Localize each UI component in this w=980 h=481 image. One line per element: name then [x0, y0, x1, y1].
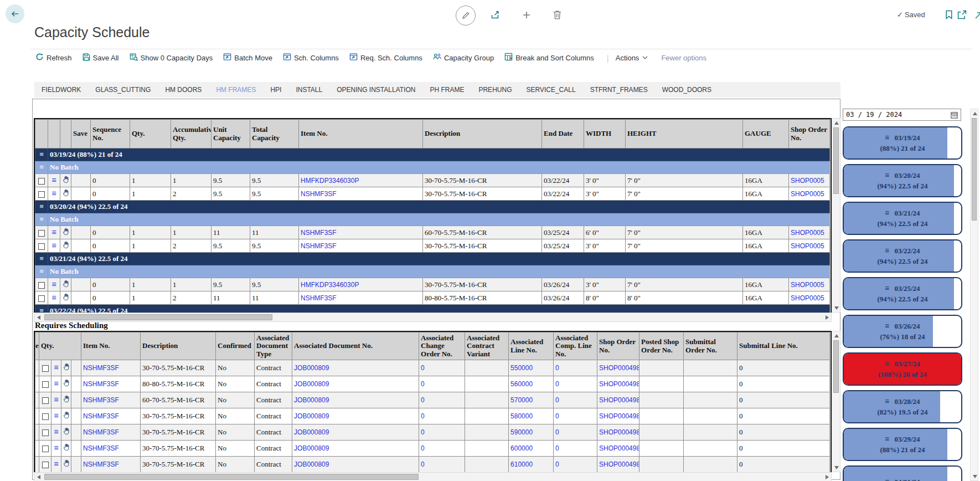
share-button[interactable] — [491, 10, 501, 19]
tab-service-call[interactable]: SERVICE_CALL — [526, 86, 575, 94]
row-menu-icon[interactable]: ≡ — [54, 460, 59, 468]
group-menu-icon[interactable]: ≡ — [39, 150, 43, 158]
item-no-link[interactable]: NSHMF3SF — [83, 412, 119, 420]
tab-wood-doors[interactable]: WOOD_DOORS — [662, 86, 711, 94]
schedule-h-scrollbar[interactable] — [34, 313, 832, 322]
shop-order-no-link[interactable]: SHOP000498 — [599, 444, 639, 452]
item-no-link[interactable]: NSHMF3SF — [83, 396, 119, 404]
capacity-day-card[interactable]: ≡03/25/24(94%) 22.5 of 24 — [843, 277, 962, 310]
row-checkbox[interactable] — [38, 282, 45, 289]
tab-stfrnt-frames[interactable]: STFRNT_FRAMES — [590, 86, 648, 94]
drag-hand-icon[interactable] — [63, 241, 69, 249]
shop-order-no-link[interactable]: SHOP000498 — [599, 364, 639, 372]
toolbar-capacity-group[interactable]: Capacity Group — [433, 53, 494, 63]
edit-button[interactable] — [456, 6, 476, 25]
h-scroll-thumb[interactable] — [44, 314, 272, 320]
tab-hpi[interactable]: HPI — [270, 86, 281, 94]
capacity-day-card[interactable]: ≡03/27/24(108%) 26 of 24 — [843, 352, 962, 386]
sidebar-scrollbar[interactable] — [970, 109, 978, 481]
schedule-v-scrollbar[interactable] — [832, 118, 840, 313]
drag-hand-icon[interactable] — [63, 459, 70, 467]
v-scroll-thumb[interactable] — [833, 127, 839, 194]
toolbar-batch-move[interactable]: Batch Move — [223, 53, 272, 63]
back-button[interactable] — [6, 4, 24, 23]
capacity-day-card[interactable]: ≡04/01/24 — [843, 465, 962, 481]
row-menu-icon[interactable]: ≡ — [54, 412, 59, 420]
assoc-change-order-no-link[interactable]: 0 — [421, 460, 425, 468]
date-input[interactable]: 03 / 19 / 2024 — [843, 109, 961, 121]
row-menu-icon[interactable]: ≡ — [54, 364, 59, 372]
assoc-line-no-link[interactable]: 570000 — [510, 396, 533, 404]
row-menu-icon[interactable]: ≡ — [51, 280, 56, 289]
item-no-link[interactable]: NSHMF3SF — [83, 380, 119, 388]
row-menu-icon[interactable]: ≡ — [54, 428, 59, 436]
assoc-doc-no-link[interactable]: JOB000809 — [294, 460, 329, 468]
row-checkbox[interactable] — [42, 429, 49, 436]
assoc-comp-line-no-link[interactable]: 0 — [555, 364, 559, 372]
toolbar-sch-columns[interactable]: Sch. Columns — [283, 53, 339, 63]
assoc-comp-line-no-link[interactable]: 0 — [555, 428, 559, 436]
row-checkbox[interactable] — [42, 365, 49, 372]
row-checkbox[interactable] — [38, 191, 45, 198]
tab-ph-frame[interactable]: PH FRAME — [430, 86, 464, 94]
bookmark-button[interactable] — [945, 10, 953, 19]
assoc-change-order-no-link[interactable]: 0 — [421, 412, 425, 420]
row-checkbox[interactable] — [42, 413, 49, 420]
scroll-up-button[interactable] — [971, 109, 979, 117]
shop-order-link[interactable]: SHOP0005 — [791, 281, 824, 289]
item-no-link[interactable]: HMFKDP3346030P — [301, 177, 359, 185]
item-no-link[interactable]: NSHMF3SF — [301, 229, 337, 237]
shop-order-no-link[interactable]: SHOP000498 — [599, 380, 639, 388]
tab-hm-frames[interactable]: HM FRAMES — [216, 86, 256, 94]
assoc-comp-line-no-link[interactable]: 0 — [555, 396, 559, 404]
row-checkbox[interactable] — [38, 230, 45, 237]
capacity-day-card[interactable]: ≡03/26/24(76%) 18 of 24 — [843, 315, 962, 348]
fewer-options-button[interactable]: Fewer options — [661, 54, 706, 62]
row-checkbox[interactable] — [38, 295, 45, 302]
tab-install[interactable]: INSTALL — [296, 86, 322, 94]
drag-hand-icon[interactable] — [63, 228, 69, 236]
card-menu-icon[interactable]: ≡ — [885, 245, 889, 257]
capacity-day-card[interactable]: ≡03/20/24(94%) 22.5 of 24 — [843, 164, 962, 197]
shop-order-link[interactable]: SHOP0005 — [791, 177, 824, 185]
toolbar-req-sch-columns[interactable]: Req. Sch. Columns — [349, 53, 422, 63]
item-no-link[interactable]: NSHMF3SF — [301, 190, 337, 198]
assoc-line-no-link[interactable]: 560000 — [510, 380, 533, 388]
scroll-down-button[interactable] — [832, 463, 840, 472]
card-menu-icon[interactable]: ≡ — [885, 477, 889, 481]
row-menu-icon[interactable]: ≡ — [51, 176, 56, 185]
scroll-down-button[interactable] — [971, 472, 979, 480]
assoc-doc-no-link[interactable]: JOB000809 — [294, 428, 329, 436]
assoc-change-order-no-link[interactable]: 0 — [421, 444, 425, 452]
tab-hm-doors[interactable]: HM DOORS — [165, 86, 202, 94]
scroll-left-button[interactable] — [34, 473, 43, 481]
group-menu-icon[interactable]: ≡ — [39, 306, 43, 313]
scroll-up-button[interactable] — [832, 119, 840, 127]
toolbar-break-and-sort-columns[interactable]: Break and Sort Columns — [504, 53, 594, 63]
row-checkbox[interactable] — [38, 178, 45, 185]
shop-order-link[interactable]: SHOP0005 — [791, 294, 824, 302]
actions-menu-button[interactable]: Actions — [616, 54, 648, 62]
group-menu-icon[interactable]: ≡ — [39, 215, 43, 223]
row-menu-icon[interactable]: ≡ — [54, 444, 59, 452]
row-checkbox[interactable] — [42, 381, 49, 388]
assoc-change-order-no-link[interactable]: 0 — [421, 428, 425, 436]
requires-h-scrollbar[interactable] — [34, 472, 832, 481]
requires-v-scrollbar[interactable] — [832, 331, 840, 472]
assoc-comp-line-no-link[interactable]: 0 — [555, 380, 559, 388]
clipped-corner-button[interactable] — [974, 11, 980, 19]
capacity-day-card[interactable]: ≡03/22/24(94%) 22.5 of 24 — [843, 239, 962, 273]
assoc-line-no-link[interactable]: 550000 — [510, 364, 533, 372]
drag-hand-icon[interactable] — [63, 176, 69, 183]
item-no-link[interactable]: NSHMF3SF — [83, 428, 119, 436]
row-menu-icon[interactable]: ≡ — [51, 294, 56, 302]
assoc-change-order-no-link[interactable]: 0 — [421, 380, 425, 388]
capacity-day-card[interactable]: ≡03/29/24(88%) 21 of 24 — [843, 428, 962, 461]
shop-order-link[interactable]: SHOP0005 — [791, 229, 824, 237]
row-menu-icon[interactable]: ≡ — [54, 380, 59, 388]
row-checkbox[interactable] — [42, 397, 49, 404]
group-menu-icon[interactable]: ≡ — [39, 202, 43, 211]
card-menu-icon[interactable]: ≡ — [885, 283, 889, 294]
toolbar-show-0-capacity-days[interactable]: Show 0 Capacity Days — [130, 53, 213, 63]
row-checkbox[interactable] — [42, 446, 49, 452]
